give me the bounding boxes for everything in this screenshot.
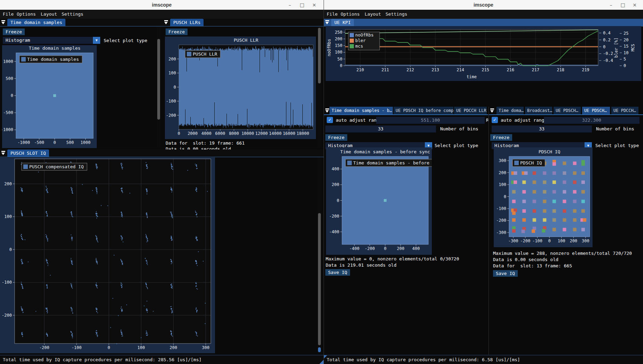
- menu-layout[interactable]: Layout: [365, 10, 381, 19]
- menu-file[interactable]: File: [327, 10, 338, 19]
- menu-settings[interactable]: Settings: [386, 10, 407, 19]
- collapse-icon[interactable]: [489, 107, 496, 114]
- status-text: Total time used by IQ capture procedures…: [3, 355, 201, 364]
- menu-options[interactable]: Options: [341, 10, 360, 19]
- svg-text:213: 213: [431, 67, 439, 72]
- bins-input[interactable]: 33: [492, 126, 592, 132]
- svg-text:Time domain samples - before s: Time domain samples - before sync: [340, 149, 430, 154]
- tab-ue-pdsch-iq-before-comp[interactable]: UE PDSCH IQ before comp…: [394, 107, 453, 114]
- data-slot-frame-line: Data for slot: 19 frame: 661: [166, 140, 245, 146]
- svg-text:150: 150: [335, 43, 342, 48]
- svg-text:0: 0: [108, 345, 110, 350]
- svg-text:10000: 10000: [241, 131, 254, 136]
- menu-settings[interactable]: Settings: [62, 10, 84, 19]
- svg-text:PDSCH IQ: PDSCH IQ: [539, 149, 561, 154]
- tab-pusch-llrs[interactable]: PUSCH LLRs: [170, 19, 204, 26]
- svg-text:214: 214: [457, 67, 464, 72]
- svg-text:-500: -500: [34, 140, 44, 145]
- scrollbar-thumb[interactable]: [318, 28, 321, 83]
- tab-broadcast[interactable]: Broadcast…: [525, 107, 552, 114]
- auto-adjust-range-checkbox[interactable]: ✓: [492, 117, 498, 123]
- panel-header-ue-kpi: UE KPI: [324, 19, 643, 26]
- svg-text:-400: -400: [349, 246, 359, 251]
- collapse-icon[interactable]: [0, 149, 7, 157]
- desktop: { "lw": { "title": "imscope", "menu": ["…: [0, 0, 643, 364]
- maximize-button[interactable]: □: [618, 0, 627, 10]
- scrollbar[interactable]: [317, 26, 322, 148]
- tab-ue-kpi[interactable]: UE KPI: [331, 19, 354, 26]
- save-iq-button[interactable]: Save IQ: [325, 269, 350, 276]
- svg-text:0: 0: [548, 238, 550, 243]
- time-domain-samples-plot[interactable]: Time domain samples-1000-500050010001000…: [2, 45, 97, 148]
- chevron-down-icon: ▼: [93, 37, 100, 44]
- tab-pusch-slot-iq[interactable]: PUSCH SLOT IQ: [7, 149, 49, 157]
- titlebar[interactable]: imscope – □ ×: [0, 0, 324, 10]
- freeze-button[interactable]: Freeze: [490, 134, 512, 141]
- tab-time-domain[interactable]: Time doma…: [497, 107, 524, 114]
- scrollbar-thumb-active[interactable]: [318, 347, 321, 352]
- tab-ue-pdsch-2[interactable]: UE PDSCH…: [582, 107, 610, 114]
- pusch-llr-plot[interactable]: PUSCH LLR0200040006000800010000120001400…: [165, 37, 316, 139]
- freeze-button[interactable]: Freeze: [3, 29, 25, 35]
- svg-text:1000: 1000: [80, 140, 90, 145]
- dock-group-a: Time domain samples - b… UE PDSCH IQ bef…: [324, 107, 488, 355]
- collapse-icon[interactable]: [324, 19, 331, 26]
- maximize-button[interactable]: □: [297, 0, 307, 10]
- data-slot-frame-line: Data for slot: 13 frame: 665: [493, 263, 572, 268]
- svg-text:-0.2: -0.2: [603, 51, 613, 56]
- menu-options[interactable]: Options: [17, 10, 36, 19]
- save-iq-button[interactable]: Save IQ: [493, 270, 518, 277]
- scrollbar[interactable]: [317, 157, 322, 353]
- titlebar[interactable]: imscope – □ ×: [324, 0, 643, 10]
- resize-grip[interactable]: [319, 360, 324, 364]
- minimize-button[interactable]: –: [285, 0, 294, 10]
- bins-input[interactable]: 33: [325, 126, 436, 132]
- range-input[interactable]: 322.300: [544, 117, 640, 124]
- freeze-button[interactable]: Freeze: [325, 134, 347, 141]
- panel-header-time-domain-samples: Time domain samples: [0, 19, 163, 26]
- svg-text:0: 0: [337, 198, 339, 203]
- svg-text:200: 200: [168, 57, 176, 62]
- pusch-slot-iq-plot[interactable]: -200-10001002003002001000-100-200PUSCH c…: [0, 157, 215, 353]
- select-plot-type-label: Select plot type: [104, 38, 147, 43]
- tab-time-domain-before-sync[interactable]: Time domain samples - b…: [330, 107, 393, 114]
- svg-text:noOfRbs: noOfRbs: [327, 39, 332, 57]
- svg-text:-200: -200: [39, 345, 49, 350]
- svg-text:300: 300: [582, 238, 589, 243]
- freeze-button[interactable]: Freeze: [166, 29, 188, 35]
- scrollbar-thumb[interactable]: [318, 213, 321, 345]
- svg-text:-100: -100: [166, 99, 176, 104]
- collapse-icon[interactable]: [163, 19, 170, 26]
- clipped-status-line: Data is 0.00 seconds old: [166, 146, 231, 149]
- window-title: imscope: [324, 0, 643, 10]
- scrollbar-thumb[interactable]: [157, 39, 160, 120]
- svg-text:MCS: MCS: [630, 44, 635, 51]
- auto-adjust-range-checkbox[interactable]: ✓: [327, 117, 333, 123]
- svg-text:300: 300: [499, 158, 506, 163]
- scrollbar[interactable]: [157, 26, 161, 148]
- svg-text:400: 400: [412, 246, 420, 251]
- tab-ue-pdcch-llr[interactable]: UE PDCCH LLR: [454, 107, 487, 114]
- range-input[interactable]: 551.100: [376, 117, 485, 124]
- tab-time-domain-samples[interactable]: Time domain samples: [7, 19, 65, 26]
- close-button[interactable]: ×: [310, 0, 319, 10]
- before-sync-plot[interactable]: Time domain samples - before sync-400-20…: [326, 147, 432, 255]
- svg-text:200: 200: [335, 37, 342, 41]
- menubar: File Options Layout Settings: [0, 10, 324, 19]
- tab-ue-pdcch[interactable]: UE PDCCH…: [611, 107, 638, 114]
- number-of-bins-label: Number of bins: [596, 126, 634, 131]
- svg-text:0.4: 0.4: [603, 31, 611, 35]
- svg-text:100: 100: [4, 214, 12, 219]
- pdsch-iq-plot[interactable]: PDSCH IQ-300-200-10001002003003002001000…: [494, 147, 593, 247]
- svg-text:noOfRbs: noOfRbs: [355, 32, 374, 38]
- tab-ue-pdsch-1[interactable]: UE PDSCH…: [554, 107, 581, 114]
- svg-text:Time domain samples - before s: Time domain samples - before sync: [353, 160, 432, 165]
- svg-text:400: 400: [332, 167, 339, 171]
- plot-type-select[interactable]: Histogram ▼: [3, 37, 100, 44]
- ue-kpi-plot[interactable]: 2102112122132142152162172182190501001502…: [326, 26, 641, 81]
- menu-layout[interactable]: Layout: [41, 10, 57, 19]
- menu-file[interactable]: File: [3, 10, 14, 19]
- minimize-button[interactable]: –: [606, 0, 616, 10]
- close-button[interactable]: ×: [630, 0, 639, 10]
- collapse-icon[interactable]: [0, 19, 7, 26]
